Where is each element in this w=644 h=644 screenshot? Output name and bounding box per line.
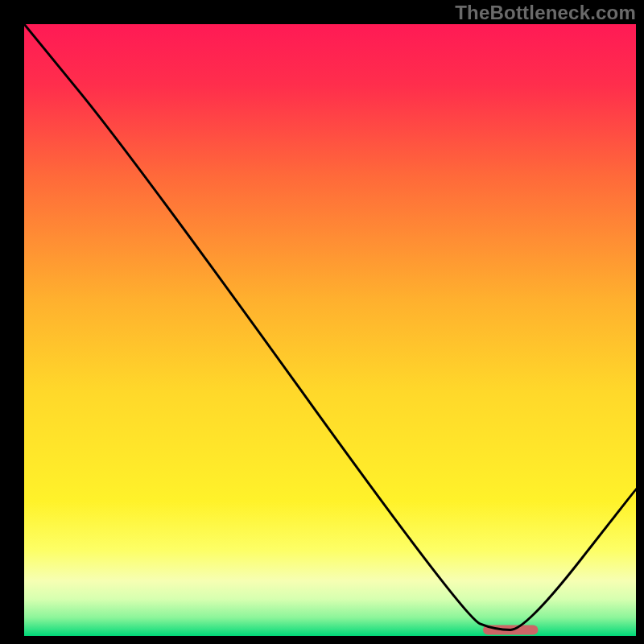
chart-frame: TheBottleneck.com: [0, 0, 644, 644]
chart-plot-area: [24, 24, 636, 636]
chart-svg: [24, 24, 636, 636]
watermark-text: TheBottleneck.com: [455, 2, 636, 24]
chart-background: [24, 24, 636, 636]
